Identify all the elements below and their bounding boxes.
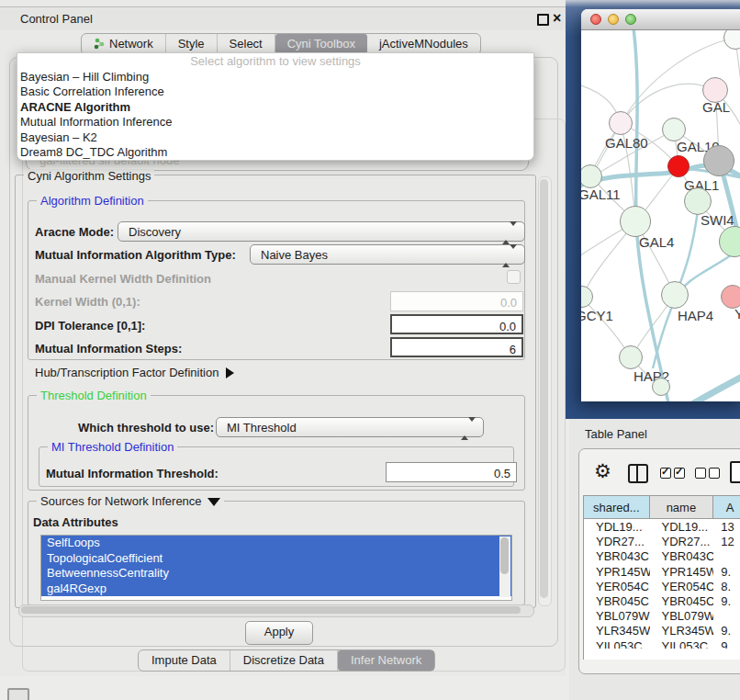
table-cell: 9 <box>713 638 740 649</box>
column-header-a[interactable]: A <box>713 496 740 518</box>
tab-cyni-toolbox[interactable]: Cyni Toolbox <box>275 34 367 54</box>
tab-impute-data[interactable]: Impute Data <box>139 650 230 671</box>
data-attributes-list[interactable]: SelfLoopsTopologicalCoefficientBetweenne… <box>40 535 512 601</box>
algorithm-option-dream8-dc-tdc-algorithm[interactable]: Dream8 DC_TDC Algorithm <box>17 145 533 160</box>
table-cell: YIL053C <box>584 638 650 649</box>
table-header-row: shared...nameA <box>584 496 740 519</box>
which-threshold-label: Which threshold to use: <box>78 421 214 435</box>
dpi-tolerance-field[interactable]: 0.0 <box>390 314 523 334</box>
tab-jactivemnodules[interactable]: jActiveMNodules <box>367 34 480 54</box>
table-row[interactable]: YIL053CYIL053C9 <box>584 638 740 649</box>
hub-definition-expander[interactable]: Hub/Transcription Factor Definition <box>35 366 234 379</box>
table-row[interactable]: YDR27...YDR27...12 <box>584 534 740 548</box>
table-cell <box>713 608 740 623</box>
algorithm-option-bayesian-k2[interactable]: Bayesian – K2 <box>17 130 533 145</box>
tab-select[interactable]: Select <box>218 34 275 54</box>
algorithm-option-basic-correlation-inference[interactable]: Basic Correlation Inference <box>17 85 533 99</box>
export-table-icon[interactable] <box>730 461 740 483</box>
network-view-window[interactable]: GALGAL80GAL10GAL1GAL11SWI4GAL4GCY1HAP4YH… <box>581 9 740 401</box>
cyni-algorithm-settings-title: Cyni Algorithm Settings <box>24 169 154 183</box>
table-cell: 9. <box>713 623 740 638</box>
node-table: shared...nameA YDL19...YDL19...13YDR27..… <box>583 495 740 660</box>
data-attributes-items: SelfLoopsTopologicalCoefficientBetweenne… <box>41 536 511 596</box>
table-cell: 9. <box>713 593 740 608</box>
hub-definition-label: Hub/Transcription Factor Definition <box>35 366 219 379</box>
table-body: YDL19...YDL19...13YDR27...YDR27...12YBR0… <box>584 519 740 649</box>
float-window-icon[interactable] <box>537 14 549 26</box>
aracne-mode-combo[interactable]: Discovery <box>118 221 525 242</box>
network-node-gal80[interactable] <box>609 111 633 135</box>
network-node-hap2[interactable] <box>619 345 643 369</box>
table-row[interactable]: YPR145WYPR145W9. <box>584 564 740 579</box>
attribute-item-gal4rgexp[interactable]: gal4RGexp <box>41 581 511 597</box>
kernel-width-field[interactable]: 0.0 <box>390 291 523 311</box>
algorithm-option-aracne-algorithm[interactable]: ARACNE Algorithm <box>17 100 533 115</box>
deselect-all-icon[interactable] <box>695 468 720 479</box>
table-cell: YBL079W <box>650 608 714 623</box>
table-cell: YDR27... <box>584 534 650 548</box>
select-all-icon[interactable] <box>660 468 685 479</box>
aracne-mode-label: Aracne Mode: <box>35 225 114 239</box>
mi-threshold-label: Mutual Information Threshold: <box>46 467 219 480</box>
network-canvas[interactable]: GALGAL80GAL10GAL1GAL11SWI4GAL4GCY1HAP4YH… <box>581 30 740 401</box>
close-icon[interactable]: × <box>553 8 561 28</box>
column-header-name[interactable]: name <box>650 496 714 518</box>
algorithm-option-bayesian-hill-climbing[interactable]: Bayesian – Hill Climbing <box>17 70 533 85</box>
table-cell: YBL079W <box>584 608 650 623</box>
node-label-swi4: SWI4 <box>701 212 734 228</box>
tab-network[interactable]: Network <box>82 34 166 54</box>
dpi-tolerance-label: DPI Tolerance [0,1]: <box>35 319 145 333</box>
table-row[interactable]: YER054CYER054C8. <box>584 579 740 593</box>
table-cell: 12 <box>713 534 740 548</box>
table-cell: 9. <box>713 564 740 579</box>
minimized-panel-icon[interactable] <box>7 688 29 700</box>
table-row[interactable]: YBR045CYBR045C9. <box>584 593 740 608</box>
table-cell: YDL19... <box>650 519 714 534</box>
aracne-mode-value: Discovery <box>129 225 181 239</box>
data-attributes-scrollbar[interactable] <box>499 536 510 597</box>
close-traffic-light-icon[interactable] <box>590 14 601 25</box>
attribute-item-topologicalcoefficient[interactable]: TopologicalCoefficient <box>41 551 511 567</box>
columns-icon[interactable] <box>628 464 648 483</box>
settings-hscrollbar[interactable] <box>18 604 534 617</box>
network-node[interactable] <box>652 378 670 396</box>
network-icon <box>94 38 105 52</box>
which-threshold-combo[interactable]: MI Threshold <box>216 417 484 437</box>
mi-type-combo[interactable]: Naive Bayes <box>250 244 525 265</box>
network-node-gal4[interactable] <box>620 206 651 237</box>
manual-kernel-checkbox[interactable] <box>507 270 521 284</box>
tab-label: Select <box>230 37 263 51</box>
network-window-titlebar[interactable] <box>581 9 740 30</box>
tab-infer-network[interactable]: Infer Network <box>338 650 434 671</box>
table-row[interactable]: YBL079WYBL079W <box>584 608 740 623</box>
table-row[interactable]: YLR345WYLR345W9. <box>584 623 740 638</box>
control-panel-title: Control Panel <box>20 12 93 26</box>
table-cell: YER054C <box>650 579 714 593</box>
apply-button[interactable]: Apply <box>245 621 313 645</box>
collapse-arrow-icon <box>207 498 220 506</box>
which-threshold-value: MI Threshold <box>227 421 297 435</box>
network-node-gal1[interactable] <box>667 155 690 177</box>
network-node-hap4[interactable] <box>661 281 689 309</box>
minimize-traffic-light-icon[interactable] <box>608 14 619 25</box>
mi-type-value: Naive Bayes <box>261 248 328 262</box>
algorithm-option-mutual-information-inference[interactable]: Mutual Information Inference <box>17 115 533 130</box>
tab-style[interactable]: Style <box>166 34 218 54</box>
zoom-traffic-light-icon[interactable] <box>625 14 636 25</box>
tab-discretize-data[interactable]: Discretize Data <box>230 650 338 671</box>
settings-scrollbar[interactable] <box>538 176 552 606</box>
gear-icon[interactable]: ⚙ <box>594 460 611 482</box>
network-node[interactable] <box>684 187 712 215</box>
sources-title[interactable]: Sources for Network Inference <box>37 494 224 508</box>
column-header-shared[interactable]: shared... <box>584 496 650 518</box>
table-row[interactable]: YBR043CYBR043C <box>584 548 740 563</box>
attribute-item-selfloops[interactable]: SelfLoops <box>41 536 511 551</box>
table-row[interactable]: YDL19...YDL19...13 <box>584 519 740 534</box>
table-cell: YPR145W <box>650 564 714 579</box>
mi-threshold-field[interactable]: 0.5 <box>386 462 517 482</box>
mi-steps-field[interactable]: 6 <box>390 337 523 357</box>
table-cell: YIL053C <box>650 638 714 649</box>
network-node[interactable] <box>703 145 734 176</box>
table-cell: YDL19... <box>584 519 650 534</box>
attribute-item-betweennesscentrality[interactable]: BetweennessCentrality <box>41 566 511 581</box>
